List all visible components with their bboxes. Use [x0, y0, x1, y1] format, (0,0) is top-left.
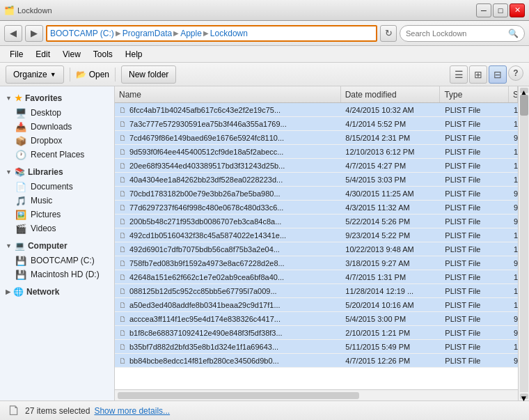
file-cell-type: PLIST File [441, 176, 510, 184]
breadcrumb-item-apple[interactable]: Apple [180, 29, 202, 38]
menu-tools[interactable]: Tools [88, 48, 118, 61]
close-button[interactable]: ✕ [510, 3, 525, 17]
sidebar-item-bootcamp[interactable]: 💾 BOOTCAMP (C:) [0, 254, 114, 267]
file-cell-size: 11 KB [510, 231, 518, 240]
sidebar-item-downloads[interactable]: 📥 Downloads [0, 120, 114, 134]
show-more-details-link[interactable]: Show more details... [94, 406, 170, 416]
menu-edit[interactable]: Edit [30, 48, 56, 61]
scroll-up-arrow[interactable]: ▲ [520, 88, 528, 93]
file-row[interactable]: 🗋 40a4304ee1a84262bb23df528ea0228223d...… [115, 173, 518, 187]
file-row[interactable]: 🗋 acccea3ff114f1ec95e4d174e838326c4417..… [115, 312, 518, 326]
scroll-track[interactable] [520, 95, 528, 392]
file-row[interactable]: 🗋 6fcc4ab71b40245afb617c6c43e2f2e19c75..… [115, 103, 518, 117]
minimize-button[interactable]: ─ [476, 3, 491, 17]
sidebar-item-pictures[interactable]: 🖼️ Pictures [0, 208, 114, 221]
file-cell-name: 🗋 a50ed3ed408addfe8b0341beaa29c9d17f1... [115, 301, 341, 309]
file-cell-date: 4/7/2015 1:31 PM [341, 273, 441, 281]
dropbox-icon: 📦 [15, 135, 26, 146]
file-cell-type: PLIST File [441, 245, 510, 254]
view-toggle-button[interactable]: ☰ [450, 65, 468, 84]
sidebar-item-music[interactable]: 🎵 Music [0, 194, 114, 208]
file-row[interactable]: 🗋 77d6297237f646f998c480e0678c480d33c6..… [115, 201, 518, 215]
col-header-name[interactable]: Name [115, 86, 341, 102]
sidebar-item-dropbox[interactable]: 📦 Dropbox [0, 134, 114, 148]
menu-help[interactable]: Help [120, 48, 148, 61]
scroll-down-arrow[interactable]: ▼ [520, 394, 528, 399]
sidebar-section-computer[interactable]: ▼ 💻 Computer [0, 238, 114, 254]
help-button[interactable]: ? [508, 65, 523, 81]
col-header-type[interactable]: Type [440, 86, 509, 102]
sidebar-item-label: Macintosh HD (D:) [31, 270, 100, 279]
organize-button[interactable]: Organize ▼ [6, 65, 64, 84]
file-icon: 🗋 [119, 315, 127, 323]
file-cell-type: PLIST File [441, 231, 510, 240]
sidebar-section-libraries[interactable]: ▼ 📚 Libraries [0, 164, 114, 180]
file-cell-size: 9 KB [510, 259, 518, 267]
file-cell-date: 4/1/2014 5:52 PM [341, 120, 441, 128]
file-list: 🗋 6fcc4ab71b40245afb617c6c43e2f2e19c75..… [115, 103, 518, 389]
search-box[interactable]: 🔍 [400, 25, 525, 42]
sidebar-item-videos[interactable]: 🎬 Videos [0, 221, 114, 235]
view-detail-button[interactable]: ⊟ [489, 65, 507, 84]
refresh-button[interactable]: ↻ [380, 25, 397, 42]
file-row[interactable]: 🗋 9d593f0f64ee445400512cf9de18a5f2abecc.… [115, 145, 518, 159]
breadcrumb-item-programdata[interactable]: ProgramData [123, 29, 172, 38]
file-row[interactable]: 🗋 bb84bcbe8edcc14f81efb280ce34506d9b0...… [115, 354, 518, 368]
file-icon: 🗋 [119, 259, 127, 267]
status-count: 27 items selected [25, 406, 90, 416]
open-button[interactable]: Open [89, 70, 109, 79]
file-row[interactable]: 🗋 a50ed3ed408addfe8b0341beaa29c9d17f1...… [115, 298, 518, 312]
sidebar-section-favorites[interactable]: ▼ ★ Favorites [0, 91, 114, 106]
file-row[interactable]: 🗋 20ee68f93544ed403389517bd3f31243d25b..… [115, 159, 518, 173]
status-file-icon: 🗋 [7, 403, 21, 419]
sidebar-section-network[interactable]: ▶ 🌐 Network [0, 284, 114, 300]
view-icon-button[interactable]: ⊞ [469, 65, 487, 84]
sidebar-item-label: Pictures [31, 210, 61, 219]
breadcrumb-item-lockdown[interactable]: Lockdown [210, 29, 248, 38]
col-header-size[interactable]: Size [509, 86, 518, 102]
search-icon: 🔍 [508, 29, 519, 38]
scroll-thumb[interactable] [520, 95, 528, 116]
file-cell-date: 12/10/2013 6:12 PM [341, 148, 441, 156]
horizontal-scrollbar[interactable] [115, 389, 518, 400]
file-row[interactable]: 🗋 758fb7ed083b9f1592a4973e8ac67228d2e8..… [115, 256, 518, 270]
forward-button[interactable]: ▶ [25, 25, 43, 42]
computer-label: Computer [28, 241, 68, 251]
search-input[interactable] [406, 29, 505, 38]
file-row[interactable]: 🗋 7cd4679f86e149baed69e1676e5924fc8110..… [115, 131, 518, 145]
sidebar-item-macintosh[interactable]: 💾 Macintosh HD (D:) [0, 267, 114, 281]
title-bar-text: Lockdown [17, 6, 52, 15]
sidebar-item-recent[interactable]: 🕐 Recent Places [0, 148, 114, 162]
file-row[interactable]: 🗋 492cd1b05160432f38c45a5874022e14341e..… [115, 228, 518, 242]
breadcrumb[interactable]: BOOTCAMP (C:) ▶ ProgramData ▶ Apple ▶ Lo… [46, 25, 377, 42]
title-bar-buttons: ─ □ ✕ [476, 3, 525, 17]
file-cell-size: 11 KB [510, 287, 518, 295]
bootcamp-icon: 💾 [15, 255, 26, 266]
file-row[interactable]: 🗋 492d6901c7dfb7075bdb56ca8f75b3a2e04...… [115, 242, 518, 256]
file-cell-type: PLIST File [441, 259, 510, 267]
file-row[interactable]: 🗋 200b5b48c271f953db0086707eb3ca84c8a...… [115, 215, 518, 228]
menu-view[interactable]: View [57, 48, 86, 61]
network-arrow: ▶ [6, 288, 10, 295]
h-scrollbar-thumb[interactable] [118, 392, 359, 399]
menu-file[interactable]: File [4, 48, 29, 61]
file-icon: 🗋 [119, 273, 127, 281]
file-cell-type: PLIST File [441, 329, 510, 337]
vertical-scrollbar[interactable]: ▲ ▼ [518, 86, 529, 400]
new-folder-button[interactable]: New folder [121, 65, 176, 84]
file-icon: 🗋 [119, 148, 127, 156]
maximize-button[interactable]: □ [493, 3, 508, 17]
sidebar-item-desktop[interactable]: 🖥️ Desktop [0, 106, 114, 120]
file-row[interactable]: 🗋 70cbd1783182b00e79e3bb26a7be5ba980... … [115, 187, 518, 201]
file-cell-type: PLIST File [441, 301, 510, 309]
back-button[interactable]: ◀ [4, 25, 22, 42]
col-header-date[interactable]: Date modified [341, 86, 441, 102]
file-row[interactable]: 🗋 7a3c777e572930591ea75b3f446a355a1769..… [115, 117, 518, 131]
file-row[interactable]: 🗋 b1f8c8e688371092412e490e848f3f5df38f3.… [115, 326, 518, 340]
file-icon: 🗋 [119, 287, 127, 295]
breadcrumb-item-bootcamp[interactable]: BOOTCAMP (C:) [50, 29, 114, 38]
file-row[interactable]: 🗋 b35bf7d882d2bfd35e8b1d324e1f1a69643...… [115, 340, 518, 354]
file-row[interactable]: 🗋 42648a151e62f662c1e7e02ab9cea6bf8a40..… [115, 270, 518, 284]
sidebar-item-documents[interactable]: 📄 Documents [0, 180, 114, 194]
file-row[interactable]: 🗋 088125b12d5c952cc85bb5e67795l7a009... … [115, 284, 518, 298]
